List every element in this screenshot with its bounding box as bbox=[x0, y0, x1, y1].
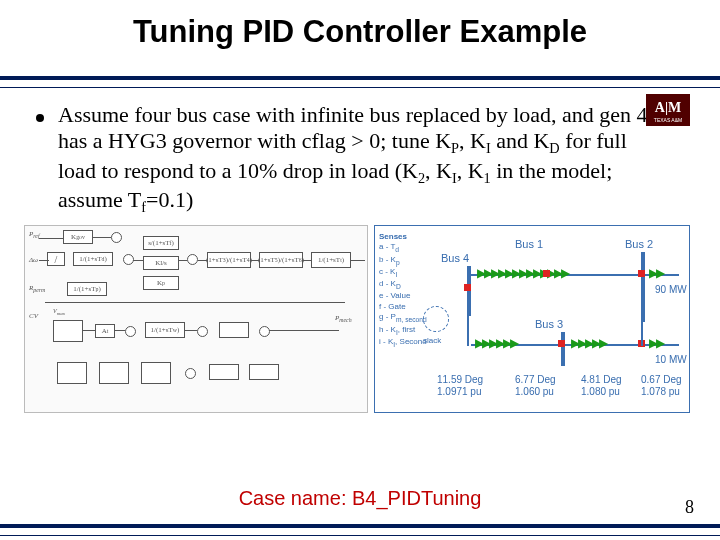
summing-junction-icon bbox=[197, 326, 208, 337]
bullet-dot-icon bbox=[36, 114, 44, 122]
bus2-deg: 4.81 Deg bbox=[581, 374, 622, 385]
block-nl4 bbox=[209, 364, 239, 380]
bus3-deg: 6.77 Deg bbox=[515, 374, 556, 385]
flow-arrows-icon: ▶▶ bbox=[649, 336, 663, 348]
label-pref: Pref bbox=[29, 230, 40, 239]
summing-junction-icon bbox=[185, 368, 196, 379]
bus4-pu: 1.0971 pu bbox=[437, 386, 482, 397]
block-tp: 1/(1+sTp) bbox=[67, 282, 107, 296]
svg-text:A|M: A|M bbox=[655, 100, 681, 115]
summing-junction-icon bbox=[125, 326, 136, 337]
summing-junction-icon bbox=[111, 232, 122, 243]
block-diagram-figure: Pref Kgov Δω / 1/(1+sTd) s/(1+sTf) KI/s … bbox=[24, 225, 368, 413]
footer-rule-thin bbox=[0, 535, 720, 537]
slide: Tuning PID Controller Example A|MTEXAS A… bbox=[0, 0, 720, 540]
block-ki-s: KI/s bbox=[143, 256, 179, 270]
bus2-pu: 1.080 pu bbox=[581, 386, 620, 397]
block-tf2: s/(1+sTf) bbox=[143, 236, 179, 250]
block-nl1 bbox=[57, 362, 87, 384]
block-nl2 bbox=[99, 362, 129, 384]
block-tf4: (1+sT5)/(1+sT6) bbox=[259, 252, 303, 268]
flow-arrows-icon: ▶▶▶▶▶ bbox=[571, 336, 606, 348]
generator-icon bbox=[423, 306, 449, 332]
page-number: 8 bbox=[685, 497, 694, 518]
block-nl3 bbox=[141, 362, 171, 384]
label-rperm: Rperm bbox=[29, 284, 45, 293]
bus4-label: Bus 4 bbox=[441, 252, 469, 264]
block-tf3: (1+sT3)/(1+sT4) bbox=[207, 252, 251, 268]
bus1-pu: 1.078 pu bbox=[641, 386, 680, 397]
bus1-label: Bus 1 bbox=[515, 238, 543, 250]
bus3-pu: 1.060 pu bbox=[515, 386, 554, 397]
bus3-bar bbox=[561, 332, 565, 366]
label-vmax: Vmax bbox=[53, 308, 65, 316]
flow-arrows-icon: ▶▶ bbox=[649, 266, 663, 278]
block-td: 1/(1+sTd) bbox=[73, 252, 113, 266]
block-at: At bbox=[95, 324, 115, 338]
slide-title: Tuning PID Controller Example bbox=[0, 0, 720, 50]
block-vgheat bbox=[53, 320, 83, 342]
title-rule-thin bbox=[0, 87, 720, 89]
summing-junction-icon bbox=[187, 254, 198, 265]
label-pmech: Pmech bbox=[335, 314, 352, 323]
slack-label: slack bbox=[423, 336, 441, 345]
block-deadband: / bbox=[47, 252, 65, 266]
block-nl5 bbox=[249, 364, 279, 380]
label-dw: Δω bbox=[29, 256, 38, 264]
load-10mw: 10 MW bbox=[655, 354, 687, 365]
bullet-item: Assume four bus case with infinite bus r… bbox=[0, 88, 720, 217]
block-kp: Kp bbox=[143, 276, 179, 290]
bus4-deg: 11.59 Deg bbox=[437, 374, 483, 385]
texas-am-logo-icon: A|MTEXAS A&M bbox=[646, 94, 690, 126]
title-bar: Tuning PID Controller Example bbox=[0, 0, 720, 88]
body-text: Assume four bus case with infinite bus r… bbox=[58, 102, 664, 217]
bus3-label: Bus 3 bbox=[535, 318, 563, 330]
bus2-bar bbox=[641, 252, 645, 322]
block-gate bbox=[219, 322, 249, 338]
block-tt: 1/(1+sTt) bbox=[311, 252, 351, 268]
legend-senses: Senses a - Tdb - Kpc - KId - KDe - Value… bbox=[379, 232, 427, 349]
footer-rule-thick bbox=[0, 524, 720, 528]
bus2-label: Bus 2 bbox=[625, 238, 653, 250]
block-kgov: Kgov bbox=[63, 230, 93, 244]
svg-text:TEXAS A&M: TEXAS A&M bbox=[654, 117, 682, 123]
flow-arrows-icon: ▶▶▶▶▶▶ bbox=[475, 336, 517, 348]
load-90mw: 90 MW bbox=[655, 284, 687, 295]
bus1-deg: 0.67 Deg bbox=[641, 374, 682, 385]
bus-system-figure: Senses a - Tdb - Kpc - KId - KDe - Value… bbox=[374, 225, 690, 413]
figures-row: Pref Kgov Δω / 1/(1+sTd) s/(1+sTf) KI/s … bbox=[0, 217, 720, 413]
label-cv: CV bbox=[29, 312, 38, 320]
case-name: Case name: B4_PIDTuning bbox=[0, 487, 720, 510]
block-turb: 1/(1+sTw) bbox=[145, 322, 185, 338]
title-rule-thick bbox=[0, 76, 720, 80]
summing-junction-icon bbox=[259, 326, 270, 337]
flow-arrows-icon: ▶▶▶▶▶▶▶▶▶▶▶▶▶ bbox=[477, 266, 637, 278]
